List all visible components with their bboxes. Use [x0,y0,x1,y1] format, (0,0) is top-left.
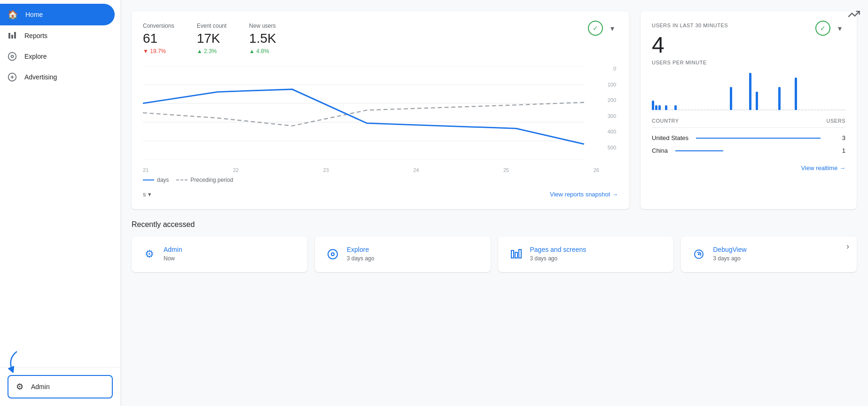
bar-item [756,92,758,110]
country-us-name: United States [652,134,688,141]
users-column-header: USERS [827,118,845,124]
bar-item [837,109,839,110]
svg-point-3 [8,53,16,61]
recent-pages-icon [508,246,524,263]
bar-item [759,109,761,110]
recent-card-pages[interactable]: Pages and screens 3 days ago [498,236,674,272]
analytics-card-actions: ✓ ▾ [588,21,620,36]
svg-point-14 [331,253,334,256]
x-axis-labels: 21 22 23 24 25 26 [143,167,618,173]
bar-item [713,109,716,110]
explore-icon [8,52,17,61]
country-row-cn: China 1 [652,144,845,157]
realtime-card-footer: View realtime → [652,164,845,172]
recent-card-debugview[interactable]: DebugView 3 days ago [681,236,857,272]
sidebar-item-explore[interactable]: Explore [0,46,115,67]
view-realtime-link[interactable]: View realtime → [801,164,845,172]
bar-item [814,109,816,110]
sidebar-item-home[interactable]: 🏠 Home [0,4,115,25]
sidebar-item-explore-label: Explore [24,53,47,60]
sidebar-bottom: ⚙ Admin [0,367,120,406]
country-cn-bar-container [675,150,835,151]
top-cards-row: ✓ ▾ Conversions 61 ▼ 19.7% Event count 1… [132,11,857,209]
bar-item [691,109,693,110]
bar-item [733,109,735,110]
recent-debugview-time: 3 days ago [713,255,746,262]
realtime-card-actions: ✓ ▾ [815,21,847,36]
analytics-chart: 500 400 300 200 100 0 [143,66,618,160]
bar-item [811,109,813,110]
legend-solid-line [143,180,154,180]
bar-item [717,109,719,110]
bar-item [795,78,797,110]
bar-item [843,109,845,110]
country-cn-bar [675,150,723,151]
realtime-card: ✓ ▾ USERS IN LAST 30 MINUTES 4 USERS PER… [641,11,857,209]
svg-rect-15 [511,250,514,258]
legend-preceding-label: Preceding period [190,177,233,183]
realtime-sublabel: USERS PER MINUTE [652,60,845,65]
recent-pages-time: 3 days ago [530,255,586,262]
bar-item [665,105,667,110]
event-count-change: ▲ 2.3% [197,48,227,55]
legend-current-label: days [157,177,169,183]
bar-item [681,109,683,110]
country-table: COUNTRY USERS United States 3 China 1 [652,118,845,157]
bar-item [772,109,774,110]
bar-item [808,109,810,110]
country-us-users: 3 [842,134,845,141]
chart-legend: days Preceding period [143,177,618,183]
recent-card-admin[interactable]: ⚙ Admin Now [132,236,307,272]
recent-explore-icon [324,246,341,263]
recently-accessed-section: Recently accessed ⚙ Admin Now Explore 3 … [132,220,857,272]
analytics-card-footer: s ▾ View reports snapshot → [143,191,618,198]
bar-item [704,109,706,110]
country-column-header: COUNTRY [652,118,679,124]
bar-item [730,87,732,110]
sidebar-item-reports[interactable]: Reports [0,25,115,46]
home-icon: 🏠 [8,9,18,20]
realtime-check-button[interactable]: ✓ [815,21,830,36]
analytics-dropdown-button[interactable]: ▾ [605,21,620,36]
sidebar-item-advertising[interactable]: Advertising [0,67,115,87]
svg-rect-16 [515,252,517,258]
y-axis-labels: 500 400 300 200 100 0 [608,66,618,150]
dimension-selector[interactable]: s ▾ [143,191,151,198]
view-reports-link[interactable]: View reports snapshot → [550,191,618,198]
admin-button[interactable]: ⚙ Admin [8,375,113,398]
check-circle-button[interactable]: ✓ [588,21,603,36]
trend-icon-button[interactable] [847,8,860,22]
bar-item [769,109,771,110]
realtime-bar-chart [652,73,845,110]
country-cn-name: China [652,147,668,154]
bar-item [662,109,664,110]
realtime-count: 4 [652,32,845,58]
sidebar-item-home-label: Home [25,11,43,18]
bar-item [652,101,654,110]
realtime-dropdown-button[interactable]: ▾ [832,21,847,36]
svg-point-13 [328,250,337,259]
new-users-value: 1.5K [249,31,276,46]
admin-gear-icon: ⚙ [16,382,23,392]
svg-rect-2 [14,32,16,39]
bar-item [739,109,742,110]
country-cn-users: 1 [842,147,845,154]
recently-accessed-grid: ⚙ Admin Now Explore 3 days ago [132,236,857,272]
bar-item [678,109,680,110]
main-content: ✓ ▾ Conversions 61 ▼ 19.7% Event count 1… [120,0,868,406]
recent-admin-time: Now [164,255,182,262]
event-count-label: Event count [197,23,227,29]
bar-item [727,109,729,110]
svg-point-4 [11,55,14,58]
legend-current: days [143,177,169,183]
recent-admin-info: Admin Now [164,246,182,262]
bar-item [817,109,820,110]
recent-card-explore[interactable]: Explore 3 days ago [315,236,491,272]
bar-item [694,109,696,110]
scroll-right-button[interactable]: › [846,242,849,251]
arrow-indicator [3,349,31,373]
new-users-metric: New users 1.5K ▲ 4.8% [249,23,276,55]
bar-item [801,109,804,110]
svg-rect-1 [11,35,13,39]
bar-item [749,73,751,110]
